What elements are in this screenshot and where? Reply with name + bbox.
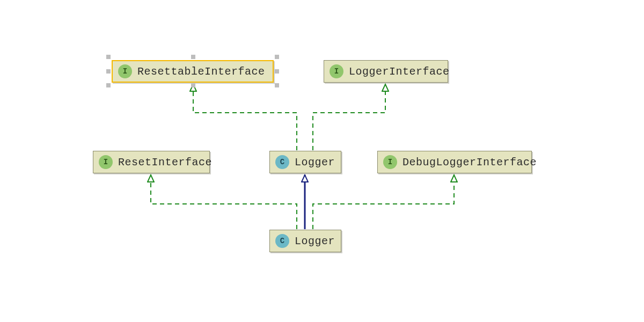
interface-icon: I <box>330 64 343 78</box>
node-logger-subclass[interactable]: C Logger <box>269 230 341 252</box>
class-icon: C <box>275 234 289 248</box>
interface-icon: I <box>383 155 397 169</box>
selection-handle[interactable] <box>106 69 111 74</box>
node-label: ResetInterface <box>118 156 212 169</box>
node-label: Logger <box>295 235 335 247</box>
selection-handle[interactable] <box>275 83 279 87</box>
node-reset-interface[interactable]: I ResetInterface <box>93 151 210 173</box>
node-label: LoggerInterface <box>349 65 450 78</box>
node-label: ResettableInterface <box>137 65 265 78</box>
selection-handle[interactable] <box>106 55 111 59</box>
selection-handle[interactable] <box>275 69 279 74</box>
uml-diagram-canvas[interactable]: I ResettableInterface I LoggerInterface … <box>0 0 644 322</box>
interface-icon: I <box>118 64 132 78</box>
selection-handle[interactable] <box>191 55 195 59</box>
interface-icon: I <box>99 155 113 169</box>
node-debug-logger-interface[interactable]: I DebugLoggerInterface <box>377 151 532 173</box>
node-resettable-interface[interactable]: I ResettableInterface <box>112 60 274 83</box>
selection-handle[interactable] <box>191 83 195 87</box>
node-logger-interface[interactable]: I LoggerInterface <box>324 60 448 83</box>
selection-handle[interactable] <box>106 83 111 87</box>
node-label: Logger <box>295 156 335 169</box>
node-logger[interactable]: C Logger <box>269 151 341 173</box>
selection-handle[interactable] <box>275 55 279 59</box>
node-label: DebugLoggerInterface <box>402 156 537 169</box>
class-icon: C <box>275 155 289 169</box>
